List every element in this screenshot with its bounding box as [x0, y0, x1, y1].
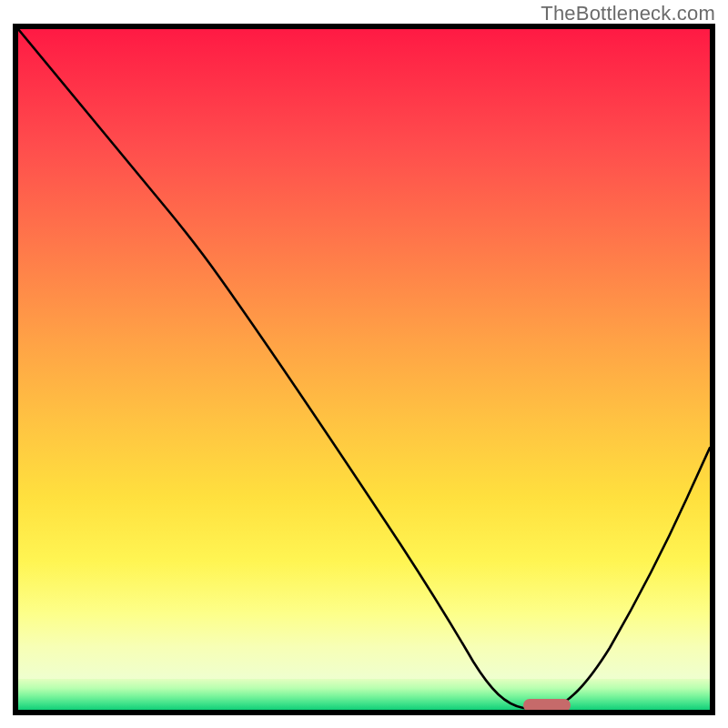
- plot-area: [18, 29, 710, 710]
- optimal-marker: [523, 699, 571, 710]
- chart-frame: TheBottleneck.com: [0, 0, 728, 728]
- watermark-text: TheBottleneck.com: [541, 2, 715, 25]
- bottleneck-curve: [18, 29, 710, 709]
- plot-border: [13, 24, 715, 715]
- curve-layer: [18, 29, 710, 710]
